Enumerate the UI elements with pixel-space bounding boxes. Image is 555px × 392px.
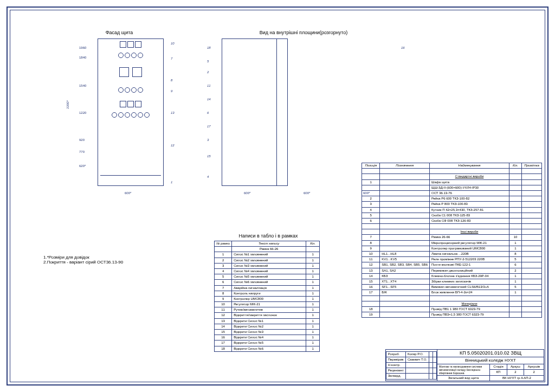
table-row: 19Провід ПВ3×1,5 380 ГОСТ 6323-79 <box>362 312 542 318</box>
sheets: 2 <box>524 370 544 376</box>
leader: 18 <box>207 46 211 49</box>
dim: 620* <box>79 164 86 168</box>
facade-block: Фасад щита 1960 1840 1540 1220 920 770 6… <box>76 30 163 186</box>
dim: 1840 <box>79 56 86 59</box>
table-row: 14КБЗКлемно-блочне з'єднання КБЗ-29Р-041 <box>362 273 542 279</box>
dim-h: 2200* <box>66 100 69 109</box>
col-name: Найменування <box>430 163 509 169</box>
table-row: 1Силос №1 заповнений1 <box>215 252 320 258</box>
table-row: 5Силос №5 заповнений1 <box>215 274 320 280</box>
leader: 4 <box>207 175 209 178</box>
table-row: 18Провід ПВ1 1 380 ГОСТ 6323-79 <box>362 306 542 312</box>
title-block-table: Розроб.Коляр Р.О. ПеревіривСакевич Т.О. … <box>385 349 544 381</box>
table-row: 6Скоба СФ 008 ТКЗ-126-83 <box>362 218 542 223</box>
table-row: 14Відкрити Силос №21 <box>215 324 320 329</box>
leader: 10 <box>171 42 175 45</box>
group-row: Інші вироби <box>362 229 542 235</box>
note-2: 2.Покриття - варіант сірий ОСТ36.13-90 <box>43 260 123 265</box>
sheet-h: Аркуш <box>507 364 524 370</box>
dim: 920 <box>79 138 85 142</box>
table-row: ОСТ 36.13-76 <box>362 190 542 196</box>
table-row: 4Силос №4 заповнений1 <box>215 268 320 274</box>
table-row: 3Рейка Р 800 ТКЗ-100-83 <box>362 202 542 207</box>
table-row: 13Відкрити Силос №11 <box>215 318 320 324</box>
role: Перевірив <box>386 357 405 362</box>
leader: 13 <box>171 111 175 114</box>
col-pos: Позиція <box>362 163 380 169</box>
leader: 8 <box>171 79 172 82</box>
leader: 16 <box>401 46 405 49</box>
table-row: 4Кутник П 42×25,3×430, ТКЗ-257-81 <box>362 207 542 213</box>
table-row: 7Рамка 26-6610 <box>362 235 542 240</box>
project: Монтаж та налагодження системи автоматиз… <box>437 364 490 375</box>
leader: 17 <box>207 125 211 128</box>
facade-panel <box>98 38 164 186</box>
dim: 1960 <box>79 46 86 49</box>
leader: 5 <box>207 60 209 63</box>
inner-title: Вид на внутрішні площини(розгорнуто) <box>206 30 401 35</box>
table-row: 3Силос №3 заповнений1 <box>215 263 320 268</box>
table-row: 7Аварійна сигналізація1 <box>215 285 320 291</box>
table-row: 17Відкрити Силос №51 <box>215 340 320 346</box>
dim-w: 600* <box>125 191 131 195</box>
name: Сакевич Т.О. <box>405 357 429 362</box>
dim: 1540 <box>79 84 86 87</box>
dim: 600* <box>304 191 310 195</box>
col-note: Примітка <box>522 163 542 169</box>
role: Затверд. <box>386 374 405 379</box>
table-row: 11KV1...KV5Реле проміжне РПУ-2-512203 22… <box>362 257 542 262</box>
table-row: 13SA1, SA2Перемикач двохпозиційний2 <box>362 268 542 273</box>
spec-table: Позиція Позначення Найменування Кіл. При… <box>362 163 542 318</box>
leader: 14 <box>207 98 211 101</box>
table-row: 2Рейка Р6 600 ТКЗ-100-82 <box>362 196 542 202</box>
note-1: 1.*Розміри для довідок <box>43 255 123 260</box>
table-row: 9Контролер UMС8001 <box>215 296 320 301</box>
table-row: 18Відкрити Силос №61 <box>215 346 320 351</box>
group-row: Стандартні вироби <box>362 174 542 179</box>
role: Н.контр. <box>386 363 405 368</box>
inner-view-block: Вид на внутрішні площини(розгорнуто) HL1… <box>206 30 401 38</box>
col-txt: Текст напису <box>232 241 306 247</box>
doc-code: КП 5.05020201.010.02 ЗВЩ <box>437 350 544 357</box>
leader: 12 <box>171 144 175 147</box>
table-row: 17БЖБлок живлення БП-4-2к×241 <box>362 290 542 295</box>
table-row: 9Контролер програмований UMС8001 <box>362 246 542 251</box>
col-des: Позначення <box>380 163 430 169</box>
col-qty: Кіл. <box>509 163 522 169</box>
group-row: Матеріали <box>362 301 542 306</box>
leader: 6 <box>207 111 209 114</box>
table-row: 10HL1...HL8Лампа сигнальна ...220В8 <box>362 252 542 257</box>
labels-block: Написи в табло і в рамках № рамки Текст … <box>214 233 322 352</box>
table-row: 15ХТ1...ХТ4Збірки клемних затискачів1 <box>362 279 542 284</box>
table-row: 11Ручне/автоматичне1 <box>215 307 320 313</box>
dim: 600* <box>244 191 250 195</box>
labels-title: Написи в табло і в рамках <box>214 233 322 239</box>
leader: 11 <box>207 84 211 87</box>
name: Коляр Р.О. <box>405 351 429 357</box>
drawing-sheet: Фасад щита 1960 1840 1540 1220 920 770 6… <box>0 0 555 392</box>
sheets-h: Аркушів <box>524 364 544 370</box>
spec-block: Позиція Позначення Найменування Кіл. При… <box>362 163 542 318</box>
org: Вінницький коледж НУХТ <box>437 357 544 364</box>
table-row: 2Силос №2 заповнений1 <box>215 258 320 263</box>
doc-name: Загальний вид щита <box>437 375 490 381</box>
labels-table: № рамки Текст напису Кіл. Рамка 66-26 1С… <box>214 241 320 352</box>
table-row: 12SB1, SB2, SB3, SB4, SB5, SB6Пости кноп… <box>362 262 542 268</box>
dim: 1220 <box>79 111 86 114</box>
leader: 9 <box>171 89 172 93</box>
table-row: 8Мікропроцесорний регулятор МІК-211 <box>362 240 542 246</box>
table-row: 16Відкрити Силос №41 <box>215 335 320 340</box>
table-row: 8Контроль напруги1 <box>215 291 320 296</box>
table-row: 1Шафа щита <box>362 179 542 185</box>
table-row: 10Регулятор МІК-211 <box>215 302 320 307</box>
group: ВК НУХТ гр.4-АП-2 <box>490 375 544 381</box>
table-row: ЩШ-ЗД-II-(600×600)-УХЛ4-ІР30 <box>362 185 542 190</box>
panel-r <box>222 38 277 186</box>
dim: 770 <box>79 150 85 153</box>
stage: КП <box>490 370 507 376</box>
table-row: 15Відкрити Силос №31 <box>215 330 320 335</box>
col-no: № рамки <box>215 241 232 247</box>
col-k: Кіл. <box>306 241 320 247</box>
leader: 1 <box>171 181 172 184</box>
stage-h: Стадія <box>490 364 507 370</box>
